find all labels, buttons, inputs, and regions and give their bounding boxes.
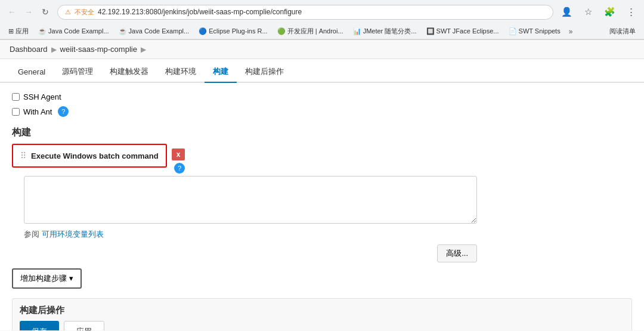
build-section-title: 构建: [12, 126, 632, 139]
refresh-button[interactable]: ↻: [38, 5, 52, 19]
menu-button[interactable]: ⋮: [623, 4, 639, 20]
browser-toolbar: ← → ↻ ⚠ 不安全 42.192.19.213:8080/jenkins/j…: [0, 0, 644, 24]
bookmark-apps[interactable]: ⊞ 应用: [5, 26, 32, 37]
main-content: SSH Agent With Ant ? 构建 ⠿ Execute Window…: [0, 83, 644, 330]
browser-chrome: ← → ↻ ⚠ 不安全 42.192.19.213:8080/jenkins/j…: [0, 0, 644, 40]
bookmark-eclipse[interactable]: 🔵 Eclipse Plug-ins R...: [195, 26, 271, 36]
build-step-help-button[interactable]: ?: [174, 163, 185, 174]
command-section: 参阅 可用环境变量列表: [24, 176, 632, 240]
add-step-dropdown-icon: ▾: [69, 274, 73, 283]
address-text: 42.192.19.213:8080/jenkins/job/weiit-saa…: [98, 8, 546, 16]
apply-button[interactable]: 应用: [64, 321, 104, 330]
jenkins-page: Dashboard ▶ weiit-saas-mp-complie ▶ Gene…: [0, 40, 644, 330]
env-variables-link[interactable]: 可用环境变量列表: [42, 230, 104, 239]
apps-icon: ⊞: [8, 27, 14, 35]
with-ant-help-button[interactable]: ?: [58, 106, 69, 117]
tab-source[interactable]: 源码管理: [54, 61, 101, 83]
tab-triggers[interactable]: 构建触发器: [101, 61, 157, 83]
post-build-section: 构建后操作 保存 应用: [12, 298, 632, 330]
security-label: 不安全: [75, 8, 94, 17]
breadcrumb-dashboard[interactable]: Dashboard: [10, 45, 48, 54]
ssh-agent-label: SSH Agent: [23, 92, 61, 101]
action-buttons: 保存 应用: [20, 321, 624, 330]
step-label: Execute Windows batch command: [31, 151, 159, 160]
with-ant-checkbox[interactable]: [12, 108, 20, 116]
with-ant-label: With Ant: [23, 107, 52, 116]
add-build-step-section: 增加构建步骤 ▾: [12, 268, 632, 289]
breadcrumb: Dashboard ▶ weiit-saas-mp-complie ▶: [0, 40, 644, 59]
breadcrumb-job[interactable]: weiit-saas-mp-complie: [60, 45, 137, 54]
param-ref: 参阅 可用环境变量列表: [24, 229, 632, 240]
tab-build[interactable]: 构建: [205, 61, 237, 83]
back-button[interactable]: ←: [5, 5, 19, 19]
address-bar[interactable]: ⚠ 不安全 42.192.19.213:8080/jenkins/job/wei…: [57, 5, 553, 20]
ssh-agent-checkbox[interactable]: [12, 93, 20, 101]
bookmark-android[interactable]: 🟢 开发应用 | Androi...: [274, 26, 347, 37]
bookmark-swt1[interactable]: 🔲 SWT JFace Eclipse...: [423, 26, 503, 36]
advanced-button[interactable]: 高级...: [437, 245, 477, 262]
ssh-agent-row: SSH Agent: [12, 90, 632, 104]
command-textarea[interactable]: [24, 176, 477, 224]
tab-environment[interactable]: 构建环境: [157, 61, 205, 83]
bookmark-swt2[interactable]: 📄 SWT Snippets: [505, 26, 564, 36]
delete-step-button[interactable]: x: [172, 149, 185, 160]
nav-buttons: ← → ↻: [5, 5, 52, 19]
add-step-label: 增加构建步骤: [20, 274, 67, 283]
bookmark-button[interactable]: ☆: [580, 4, 596, 20]
post-build-title: 构建后操作: [20, 305, 624, 316]
reading-list-button[interactable]: 阅读清单: [606, 26, 639, 37]
tabs-bar: General 源码管理 构建触发器 构建环境 构建 构建后操作: [0, 61, 644, 83]
more-bookmarks-button[interactable]: »: [569, 27, 573, 36]
drag-handle-icon[interactable]: ⠿: [20, 151, 26, 160]
save-button[interactable]: 保存: [20, 321, 59, 330]
advanced-section: 高级...: [12, 245, 477, 262]
param-ref-prefix: 参阅: [24, 230, 39, 239]
toolbar-icons: 👤 ☆ 🧩 ⋮: [558, 4, 639, 20]
bookmark-jmeter[interactable]: 📊 JMeter 随笔分类...: [349, 26, 420, 37]
security-icon: ⚠: [65, 8, 71, 16]
forward-button[interactable]: →: [21, 5, 36, 19]
bookmark-java1[interactable]: ☕ Java Code Exampl...: [35, 26, 113, 36]
with-ant-row: With Ant ?: [12, 104, 632, 119]
tab-general[interactable]: General: [10, 61, 54, 83]
add-build-step-button[interactable]: 增加构建步骤 ▾: [12, 268, 82, 289]
build-step-card: ⠿ Execute Windows batch command: [12, 144, 167, 168]
extensions-button[interactable]: 🧩: [601, 4, 618, 20]
breadcrumb-sep-2: ▶: [141, 45, 146, 54]
profile-button[interactable]: 👤: [558, 4, 575, 20]
bookmarks-bar: ⊞ 应用 ☕ Java Code Exampl... ☕ Java Code E…: [0, 24, 644, 39]
bookmark-java2[interactable]: ☕ Java Code Exampl...: [115, 26, 193, 36]
tab-post-build[interactable]: 构建后操作: [237, 61, 292, 83]
breadcrumb-sep-1: ▶: [51, 45, 57, 54]
